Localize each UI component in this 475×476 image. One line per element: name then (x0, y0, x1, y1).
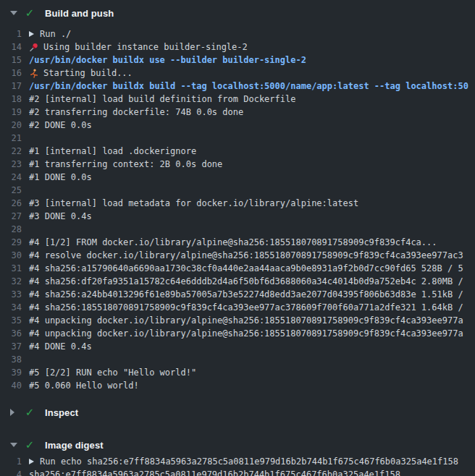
line-number[interactable]: 26 (0, 197, 29, 210)
log-line: 16Starting build... (0, 67, 475, 80)
log-line: 38 (0, 353, 475, 366)
log-line-content: Starting build... (29, 67, 133, 80)
log-line-content: #4 sha256:a15790640a6690aa1730c38cf0a440… (29, 262, 463, 275)
log-line: 20#2 DONE 0.0s (0, 119, 475, 132)
log-line: 27#3 DONE 0.4s (0, 210, 475, 223)
line-number[interactable]: 22 (0, 145, 29, 158)
log-line-content: #4 unpacking docker.io/library/alpine@sh… (29, 314, 463, 327)
line-number[interactable]: 4 (0, 468, 29, 476)
section-header-inspect[interactable]: ✓ Inspect (0, 404, 475, 421)
log-text: #2 transferring dockerfile: 74B 0.0s don… (29, 106, 243, 119)
line-number[interactable]: 36 (0, 327, 29, 340)
log-text: #4 sha256:a24bb4013296f61e89ba57005a7b3e… (29, 288, 463, 301)
log-text: #4 unpacking docker.io/library/alpine@sh… (29, 327, 463, 340)
log-line: 32#4 sha256:df20fa9351a15782c64e6dddb2d4… (0, 275, 475, 288)
line-number[interactable]: 38 (0, 353, 29, 366)
log-line: 28 (0, 223, 475, 236)
log-line-content: #4 unpacking docker.io/library/alpine@sh… (29, 327, 463, 340)
line-number[interactable]: 28 (0, 223, 29, 236)
chevron-down-icon[interactable] (10, 11, 19, 15)
log-section-inspect: ✓ Inspect (0, 404, 475, 421)
log-section-image-digest: ✓ Image digest 1Run echo sha256:e7ff8834… (0, 436, 475, 476)
line-number[interactable]: 39 (0, 366, 29, 379)
line-number[interactable]: 15 (0, 54, 29, 67)
log-line-content: #2 transferring dockerfile: 74B 0.0s don… (29, 106, 243, 119)
line-number[interactable]: 32 (0, 275, 29, 288)
log-text: #4 [1/2] FROM docker.io/library/alpine@s… (29, 236, 437, 249)
line-number[interactable]: 18 (0, 93, 29, 106)
log-line-content: #4 [1/2] FROM docker.io/library/alpine@s… (29, 236, 437, 249)
line-number[interactable]: 29 (0, 236, 29, 249)
log-text: Starting build... (43, 67, 133, 80)
log-text: #3 [internal] load metadata for docker.i… (29, 197, 358, 210)
log-line-content: #1 DONE 0.0s (29, 171, 92, 184)
expand-run-group-icon[interactable] (29, 459, 34, 464)
line-number[interactable]: 31 (0, 262, 29, 275)
log-line-content: #4 sha256:185518070891758909c9f839cf4ca3… (29, 301, 463, 314)
line-number[interactable]: 30 (0, 249, 29, 262)
line-number[interactable]: 23 (0, 158, 29, 171)
log-line: 36#4 unpacking docker.io/library/alpine@… (0, 327, 475, 340)
log-text: #1 [internal] load .dockerignore (29, 145, 196, 158)
log-line: 30#4 resolve docker.io/library/alpine@sh… (0, 249, 475, 262)
line-number[interactable]: 25 (0, 184, 29, 197)
log-text: #2 [internal] load build definition from… (29, 93, 295, 106)
log-line: 29#4 [1/2] FROM docker.io/library/alpine… (0, 236, 475, 249)
check-icon: ✓ (24, 407, 35, 418)
log-line-content: /usr/bin/docker buildx use --builder bui… (29, 54, 306, 67)
log-line-content: /usr/bin/docker buildx build --tag local… (29, 80, 468, 93)
log-text: #4 DONE 0.4s (29, 340, 92, 353)
section-title: Image digest (45, 440, 104, 451)
log-line: 17/usr/bin/docker buildx build --tag loc… (0, 80, 475, 93)
line-number[interactable]: 21 (0, 132, 29, 145)
log-line: 33#4 sha256:a24bb4013296f61e89ba57005a7b… (0, 288, 475, 301)
line-number[interactable]: 1 (0, 27, 29, 41)
log-line-content: #4 DONE 0.4s (29, 340, 92, 353)
log-text: Run ./ (40, 27, 71, 41)
log-line: 35#4 unpacking docker.io/library/alpine@… (0, 314, 475, 327)
log-line: 4sha256:e7ff8834a5963a2785c5a0811e979d16… (0, 468, 475, 476)
line-number[interactable]: 37 (0, 340, 29, 353)
section-log-body: 1Run ./14Using builder instance builder-… (0, 22, 475, 398)
line-number[interactable]: 24 (0, 171, 29, 184)
log-line-content: #4 sha256:a24bb4013296f61e89ba57005a7b3e… (29, 288, 463, 301)
line-number[interactable]: 20 (0, 119, 29, 132)
check-icon: ✓ (24, 8, 35, 19)
log-text: Using builder instance builder-single-2 (43, 41, 248, 54)
log-line: 25 (0, 184, 475, 197)
log-text: sha256:e7ff8834a5963a2785c5a0811e979d16b… (29, 468, 400, 476)
log-line-content: #4 sha256:df20fa9351a15782c64e6dddb2d4a6… (29, 275, 463, 288)
section-header-image-digest[interactable]: ✓ Image digest (0, 436, 475, 454)
line-number[interactable]: 27 (0, 210, 29, 223)
check-icon: ✓ (24, 440, 35, 451)
log-line: 1Run ./ (0, 27, 475, 41)
log-text: #5 0.060 Hello world! (29, 379, 139, 392)
actions-log-viewer: ✓ Build and push 1Run ./14Using builder … (0, 0, 475, 476)
log-line-content: #5 0.060 Hello world! (29, 379, 139, 392)
line-number[interactable]: 17 (0, 80, 29, 93)
log-text: Run echo sha256:e7ff8834a5963a2785c5a081… (40, 455, 458, 468)
log-text: #4 unpacking docker.io/library/alpine@sh… (29, 314, 463, 327)
line-number[interactable]: 33 (0, 288, 29, 301)
line-number[interactable]: 35 (0, 314, 29, 327)
section-log-body: 1Run echo sha256:e7ff8834a5963a2785c5a08… (0, 454, 475, 476)
line-number[interactable]: 40 (0, 379, 29, 392)
log-line: 34#4 sha256:185518070891758909c9f839cf4c… (0, 301, 475, 314)
line-number[interactable]: 19 (0, 106, 29, 119)
chevron-right-icon[interactable] (10, 409, 19, 416)
log-line: 14Using builder instance builder-single-… (0, 41, 475, 54)
expand-run-group-icon[interactable] (29, 31, 34, 37)
line-number[interactable]: 14 (0, 41, 29, 54)
line-number[interactable]: 16 (0, 67, 29, 80)
section-header-build-and-push[interactable]: ✓ Build and push (0, 4, 475, 22)
log-section-build-and-push: ✓ Build and push 1Run ./14Using builder … (0, 4, 475, 398)
line-number[interactable]: 34 (0, 301, 29, 314)
log-line: 31#4 sha256:a15790640a6690aa1730c38cf0a4… (0, 262, 475, 275)
chevron-down-icon[interactable] (10, 443, 19, 447)
log-line-content: #1 [internal] load .dockerignore (29, 145, 196, 158)
line-number[interactable]: 1 (0, 455, 29, 468)
log-text: #2 DONE 0.0s (29, 119, 92, 132)
log-line: 15/usr/bin/docker buildx use --builder b… (0, 54, 475, 67)
log-line: 1Run echo sha256:e7ff8834a5963a2785c5a08… (0, 455, 475, 468)
log-line-content: #2 DONE 0.0s (29, 119, 92, 132)
